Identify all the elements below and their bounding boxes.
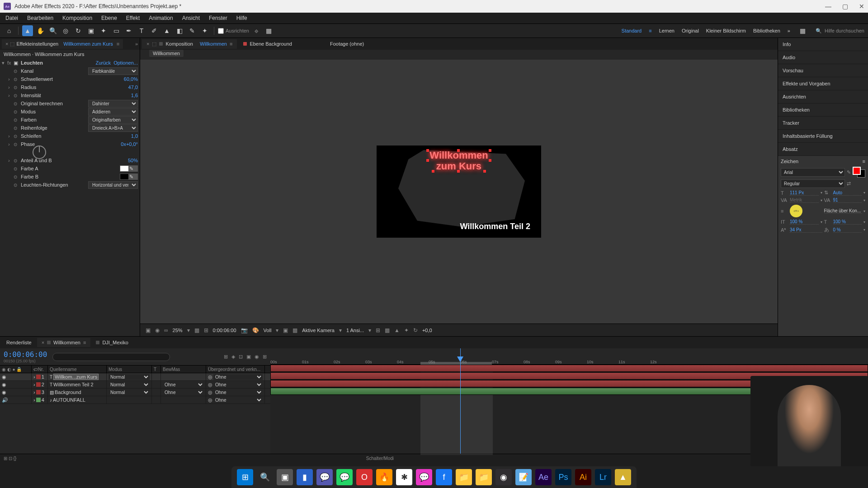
eraser-tool[interactable]: ◧ <box>174 25 185 36</box>
lr-task-icon[interactable]: Lr <box>595 469 611 485</box>
panel-tracker[interactable]: Tracker <box>778 117 868 130</box>
swap-color-icon[interactable]: ⇄ <box>847 181 851 187</box>
timeline-tab-willkommen[interactable]: × Willkommen ≡ <box>37 338 91 347</box>
panel-audio[interactable]: Audio <box>778 51 868 64</box>
minimize-button[interactable]: — <box>825 3 831 10</box>
ps-task-icon[interactable]: Ps <box>555 469 571 485</box>
messenger-icon[interactable]: 💬 <box>416 469 432 485</box>
obs-icon[interactable]: ◉ <box>495 469 512 485</box>
stopwatch-icon[interactable]: ⊙ <box>14 126 20 131</box>
home-icon[interactable]: ⌂ <box>4 25 14 36</box>
toggle-mode-icon[interactable]: ⊡ <box>9 456 12 461</box>
workspace-standard[interactable]: Standard <box>622 28 642 33</box>
comp-tab-footage[interactable]: Footage (ohne) <box>326 39 368 48</box>
snapshot-icon[interactable]: 📷 <box>241 327 248 333</box>
rect-tool[interactable]: ▭ <box>111 25 122 36</box>
3d-icon[interactable]: ▲ <box>394 327 400 333</box>
prop-value[interactable]: 1,6 <box>131 93 138 98</box>
fast-icon[interactable]: ▦ <box>385 327 390 333</box>
prop-select[interactable]: Horizontal und vert <box>88 181 138 189</box>
workspace-original[interactable]: Original <box>682 28 699 33</box>
zoom-dropdown[interactable]: 25% <box>173 328 183 333</box>
switch-mode-label[interactable]: Schalter/Modi <box>366 456 394 461</box>
menu-effekt[interactable]: Effekt <box>124 14 142 22</box>
tab-close-icon[interactable]: × <box>42 340 44 345</box>
parent-pick-icon[interactable]: ◎ <box>208 374 212 380</box>
resolution-dropdown[interactable]: Voll <box>264 328 272 333</box>
timeline-search[interactable] <box>52 353 170 361</box>
camera-tool[interactable]: ▣ <box>85 25 96 36</box>
region-icon[interactable]: ▣ <box>283 327 288 333</box>
misc-task-icon[interactable]: ▲ <box>615 469 631 485</box>
rotate-tool[interactable]: ↻ <box>73 25 84 36</box>
panel-vorschau[interactable]: Vorschau <box>778 64 868 77</box>
layer-color[interactable] <box>36 390 41 394</box>
facebook-icon[interactable]: f <box>436 469 452 485</box>
stopwatch-icon[interactable]: ⊙ <box>14 174 20 179</box>
menu-komposition[interactable]: Komposition <box>61 14 94 22</box>
menu-ebene[interactable]: Ebene <box>99 14 119 22</box>
menu-ansicht[interactable]: Ansicht <box>180 14 202 22</box>
layer-color[interactable] <box>36 375 41 379</box>
blend-mode[interactable]: Normal <box>108 389 150 395</box>
tab-lock-icon[interactable]: ⬚ <box>152 41 156 47</box>
tracking-input[interactable]: 91 <box>833 197 862 203</box>
eyedropper-icon[interactable]: ✎ <box>847 169 851 175</box>
selection-tool[interactable]: ▲ <box>22 25 33 36</box>
stopwatch-icon[interactable]: ⊙ <box>14 158 20 163</box>
text-color-picker[interactable] <box>853 167 865 178</box>
panel-bibliotheken[interactable]: Bibliotheken <box>778 103 868 117</box>
workspace-biblio[interactable]: Bibliotheken <box>753 28 780 33</box>
slack-icon[interactable]: ✱ <box>396 469 412 485</box>
prop-value[interactable]: 47,0 <box>128 84 138 90</box>
snap-opt2-icon[interactable]: ▦ <box>264 25 274 36</box>
whatsapp-icon[interactable]: 💬 <box>336 469 353 485</box>
timeline-ruler[interactable]: 00s01s02s03s04s05s06s07s08s09s10s11s12s <box>270 348 868 365</box>
panel-absatz[interactable]: Absatz <box>778 143 868 156</box>
menu-hilfe[interactable]: Hilfe <box>235 14 249 22</box>
font-family-dropdown[interactable]: Arial <box>781 168 845 177</box>
font-style-dropdown[interactable]: Regular <box>781 179 845 188</box>
track-matte[interactable]: Ohne <box>163 389 204 395</box>
tsume-input[interactable]: 0 % <box>833 227 862 233</box>
stopwatch-icon[interactable]: ⊙ <box>14 109 20 114</box>
stopwatch-icon[interactable]: ⊙ <box>14 101 20 106</box>
close-button[interactable]: ✕ <box>859 3 864 10</box>
stopwatch-icon[interactable]: ⊙ <box>14 183 20 188</box>
panel-overflow-icon[interactable]: » <box>135 41 138 47</box>
stopwatch-icon[interactable]: ⊙ <box>14 166 20 171</box>
comp-mini-icon[interactable]: ⊞ <box>224 354 228 360</box>
comp-tab-willkommen[interactable]: × ⬚ Komposition Willkommen ≡ <box>142 39 237 49</box>
timeline-layer-row[interactable]: ◉ ›2 TWillkommen Teil 2 Normal Ohne ◎Ohn… <box>0 381 270 389</box>
current-timecode[interactable]: 0:00:06:00 <box>4 350 47 359</box>
blend-mode[interactable]: Normal <box>108 374 150 380</box>
playhead[interactable] <box>460 348 461 454</box>
visibility-toggle[interactable]: ◉ <box>2 374 6 380</box>
workspace-lernen[interactable]: Lernen <box>659 28 675 33</box>
blend-mode[interactable]: Normal <box>108 382 150 388</box>
parent-pick-icon[interactable]: ◎ <box>208 389 212 395</box>
refresh-icon[interactable]: ↻ <box>413 327 418 333</box>
stopwatch-icon[interactable]: ⊙ <box>14 93 20 98</box>
hscale-input[interactable]: 100 % <box>833 219 862 225</box>
explorer-icon[interactable]: ▮ <box>297 469 313 485</box>
leading-input[interactable]: Auto <box>833 190 862 196</box>
toggle-brace-icon[interactable]: {} <box>14 456 17 461</box>
layer-name[interactable]: Willkom...zum Kurs <box>53 374 99 380</box>
main-text-layer[interactable]: Willkommen zum Kurs <box>429 150 488 172</box>
prop-value[interactable]: 1,0 <box>131 133 138 139</box>
ae-task-icon[interactable]: Ae <box>535 469 552 485</box>
effect-header-row[interactable]: ▾ fx ▣ Leuchten Zurück Optionen... <box>0 59 140 67</box>
parent-dropdown[interactable]: Ohne <box>213 397 263 403</box>
phase-dial[interactable] <box>33 145 46 159</box>
workspace-menu-icon[interactable]: ≡ <box>649 28 651 33</box>
toggle-switch-icon[interactable]: ⊞ <box>4 456 7 461</box>
res-icon[interactable]: ▦ <box>194 327 199 333</box>
prop-select[interactable]: Addieren <box>88 108 138 116</box>
kerning-input[interactable]: Metrik <box>790 197 819 203</box>
timeline-tab-render[interactable]: Renderliste <box>2 338 36 347</box>
viewer-timecode[interactable]: 0:00:06:00 <box>213 328 236 333</box>
timeline-layer-row[interactable]: 🔊 ›4 ♪AUTOUNFALL ◎Ohne <box>0 396 270 404</box>
prop-select[interactable]: Farbkanäle <box>88 67 138 75</box>
stamp-tool[interactable]: ▲ <box>161 25 172 36</box>
